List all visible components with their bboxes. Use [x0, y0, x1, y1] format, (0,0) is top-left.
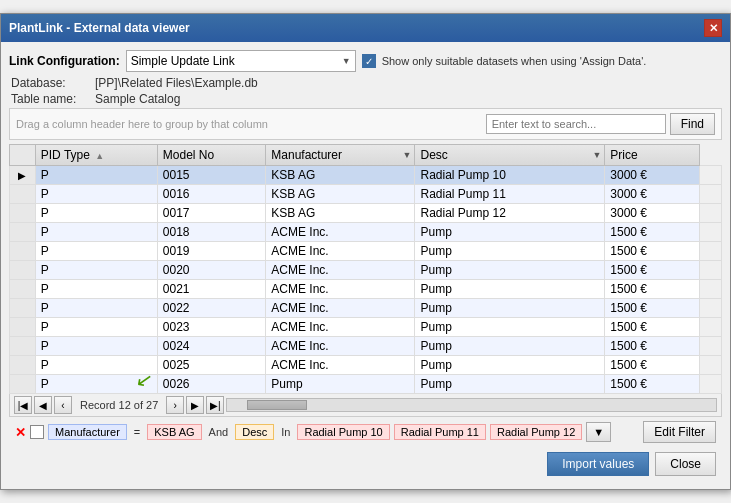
filter-radial11-tag[interactable]: Radial Pump 11 [394, 424, 486, 440]
table-header-row: PID Type ▲ Model No Manufacturer ▼ [10, 145, 722, 166]
cell-pid-type: P [35, 204, 157, 223]
table-row[interactable]: P0025ACME Inc.Pump1500 € [10, 356, 722, 375]
search-input[interactable] [486, 114, 666, 134]
horizontal-scrollbar[interactable] [226, 398, 717, 412]
table-row[interactable]: P0024ACME Inc.Pump1500 € [10, 337, 722, 356]
cell-model-no: 0026 [157, 375, 265, 394]
cell-pid-type: P [35, 185, 157, 204]
cell-model-no: 0016 [157, 185, 265, 204]
scrollbar-spacer [700, 356, 722, 375]
col-price[interactable]: Price [605, 145, 700, 166]
cell-model-no: 0023 [157, 318, 265, 337]
record-info: Record 12 of 27 [80, 399, 158, 411]
close-button[interactable]: Close [655, 452, 716, 476]
filter-more-button[interactable]: ▼ [586, 422, 611, 442]
cell-desc: Pump [415, 375, 605, 394]
table-row[interactable]: P0021ACME Inc.Pump1500 € [10, 280, 722, 299]
main-window: PlantLink - External data viewer ✕ Link … [0, 13, 731, 490]
table-body: ▶P0015KSB AGRadial Pump 103000 €P0016KSB… [10, 166, 722, 394]
table-row[interactable]: P0022ACME Inc.Pump1500 € [10, 299, 722, 318]
table-row[interactable]: ▶P0015KSB AGRadial Pump 103000 € [10, 166, 722, 185]
manufacturer-filter-icon: ▼ [403, 150, 412, 160]
close-window-button[interactable]: ✕ [704, 19, 722, 37]
cell-price: 1500 € [605, 356, 700, 375]
row-indicator [10, 261, 36, 280]
search-bar: Drag a column header here to group by th… [9, 108, 722, 140]
row-indicator [10, 299, 36, 318]
show-suitable-checkbox[interactable]: ✓ [362, 54, 376, 68]
scrollbar-spacer [700, 299, 722, 318]
cell-price: 3000 € [605, 185, 700, 204]
row-indicator [10, 337, 36, 356]
link-type-dropdown[interactable]: Simple Update Link ▼ [126, 50, 356, 72]
edit-filter-button[interactable]: Edit Filter [643, 421, 716, 443]
pagination-bar: |◀ ◀ ‹ Record 12 of 27 ↙ › ▶ ▶| [9, 394, 722, 417]
cell-desc: Pump [415, 261, 605, 280]
scrollbar-spacer [700, 204, 722, 223]
show-suitable-label: Show only suitable datasets when using '… [382, 55, 647, 67]
cell-desc: Pump [415, 337, 605, 356]
col-manufacturer-label: Manufacturer [271, 148, 342, 162]
col-pid-type[interactable]: PID Type ▲ [35, 145, 157, 166]
cell-pid-type: P [35, 166, 157, 185]
cell-pid-type: P [35, 318, 157, 337]
col-price-label: Price [610, 148, 637, 162]
cell-manufacturer: KSB AG [266, 204, 415, 223]
scrollbar-spacer [700, 280, 722, 299]
first-page-button[interactable]: |◀ [14, 396, 32, 414]
table-row[interactable]: P0017KSB AGRadial Pump 123000 € [10, 204, 722, 223]
prev-small-button[interactable]: ‹ [54, 396, 72, 414]
col-pid-type-sort-icon: ▲ [95, 151, 104, 161]
row-indicator [10, 318, 36, 337]
row-indicator [10, 185, 36, 204]
last-page-button[interactable]: ▶| [206, 396, 224, 414]
table-row[interactable]: P0026PumpPump1500 € [10, 375, 722, 394]
cell-model-no: 0022 [157, 299, 265, 318]
filter-clear-button[interactable]: ✕ [15, 425, 26, 440]
filter-desc-tag[interactable]: Desc [235, 424, 274, 440]
find-button[interactable]: Find [670, 113, 715, 135]
next-small-button[interactable]: › [166, 396, 184, 414]
filter-checkbox[interactable] [30, 425, 44, 439]
cell-manufacturer: ACME Inc. [266, 242, 415, 261]
cell-manufacturer: KSB AG [266, 166, 415, 185]
cell-pid-type: P [35, 261, 157, 280]
filter-radial12-tag[interactable]: Radial Pump 12 [490, 424, 582, 440]
next-page-button[interactable]: ▶ [186, 396, 204, 414]
filter-ksb-ag-tag[interactable]: KSB AG [147, 424, 201, 440]
table-main: PID Type ▲ Model No Manufacturer ▼ [9, 144, 722, 394]
cell-desc: Radial Pump 11 [415, 185, 605, 204]
window-title: PlantLink - External data viewer [9, 21, 190, 35]
table-row[interactable]: P0016KSB AGRadial Pump 113000 € [10, 185, 722, 204]
data-table: PID Type ▲ Model No Manufacturer ▼ [9, 144, 722, 394]
cell-pid-type: P [35, 223, 157, 242]
row-indicator [10, 375, 36, 394]
link-type-value: Simple Update Link [131, 54, 235, 68]
cell-desc: Radial Pump 10 [415, 166, 605, 185]
cell-model-no: 0019 [157, 242, 265, 261]
table-row[interactable]: P0020ACME Inc.Pump1500 € [10, 261, 722, 280]
cell-manufacturer: KSB AG [266, 185, 415, 204]
col-manufacturer[interactable]: Manufacturer ▼ [266, 145, 415, 166]
cell-desc: Pump [415, 318, 605, 337]
scrollbar-spacer [700, 166, 722, 185]
cell-desc: Pump [415, 242, 605, 261]
filter-radial10-tag[interactable]: Radial Pump 10 [297, 424, 389, 440]
table-row[interactable]: P0019ACME Inc.Pump1500 € [10, 242, 722, 261]
scrollbar-spacer [700, 223, 722, 242]
col-model-no[interactable]: Model No [157, 145, 265, 166]
cell-model-no: 0017 [157, 204, 265, 223]
import-values-button[interactable]: Import values [547, 452, 649, 476]
link-config-label: Link Configuration: [9, 54, 120, 68]
cell-price: 3000 € [605, 204, 700, 223]
col-desc[interactable]: Desc ▼ [415, 145, 605, 166]
table-row[interactable]: P0023ACME Inc.Pump1500 € [10, 318, 722, 337]
table-row[interactable]: P0018ACME Inc.Pump1500 € [10, 223, 722, 242]
filter-manufacturer-tag[interactable]: Manufacturer [48, 424, 127, 440]
prev-page-button[interactable]: ◀ [34, 396, 52, 414]
cell-manufacturer: Pump [266, 375, 415, 394]
database-value: [PP]\Related Files\Example.db [95, 76, 258, 90]
cell-model-no: 0024 [157, 337, 265, 356]
scrollbar-spacer [700, 337, 722, 356]
scrollbar-spacer [700, 261, 722, 280]
